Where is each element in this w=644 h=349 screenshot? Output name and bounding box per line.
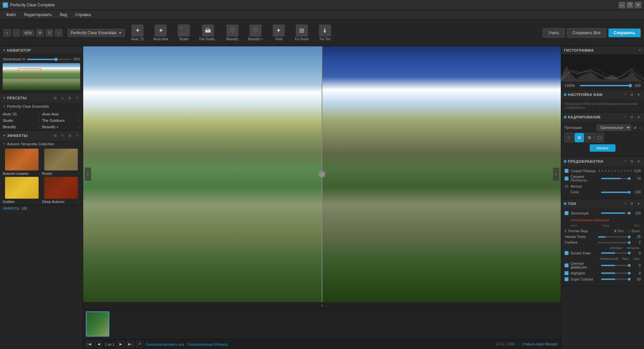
highlights-slider[interactable] (601, 272, 630, 274)
filter-checkbox[interactable]: □ (565, 184, 569, 188)
preset-fix-noise[interactable]: ⊞ Fix Noise (291, 23, 313, 42)
crop-no-grid-button[interactable]: □ (565, 133, 574, 142)
crop-diag-grid-button[interactable]: ⊠ (585, 133, 594, 142)
presets-help-button[interactable]: ? (74, 95, 80, 101)
crop-start-button[interactable]: Начать (590, 144, 615, 152)
quick-help-checkbox[interactable]: ✓ (565, 169, 569, 173)
preset-thumb-outdoors-star[interactable]: ☆ (77, 119, 80, 122)
raw-settings-button[interactable]: ⚙ (629, 92, 635, 97)
minimize-button[interactable]: — (619, 2, 625, 8)
nav-preview-rect[interactable] (18, 68, 41, 79)
minus-button[interactable]: − (13, 29, 20, 37)
face-on-radio[interactable] (613, 230, 617, 233)
loop-button[interactable]: ↺ (136, 341, 143, 348)
highlights-checkbox[interactable]: ✓ (565, 271, 569, 275)
window-controls[interactable]: — ❐ ✕ (619, 2, 641, 8)
tone-help-button[interactable]: ? (623, 201, 628, 206)
add-button[interactable]: + (3, 29, 11, 37)
filmstrip-thumb-1[interactable] (86, 311, 109, 337)
effects-grid-view-button[interactable]: ⊞ (52, 133, 58, 139)
prev-frame-button[interactable]: ◀ (95, 341, 102, 348)
preset-beautify[interactable]: ♡ Beautify (221, 23, 243, 42)
preset-thumb-iauto-asia-star[interactable]: ☆ (77, 112, 80, 116)
panel-collapse-left-button[interactable]: ‹ (85, 167, 91, 181)
avg-density-checkbox[interactable]: ✓ (565, 177, 569, 181)
zoom-fit-button[interactable]: ⊞ (36, 29, 44, 37)
preset-thumb-beautify-plus-star[interactable]: ☆ (77, 125, 80, 129)
preset-beautify-plus[interactable]: ♡ Beautify + (245, 23, 266, 42)
skin-balance-checkbox[interactable]: ✓ (565, 251, 569, 255)
presets-list-view-button[interactable]: ≡ (59, 95, 65, 101)
zoom-slider[interactable] (27, 59, 71, 60)
split-handle[interactable]: ↔ (319, 171, 325, 178)
effect-thumb-golden[interactable]: Golden ☆ (3, 177, 41, 204)
restore-button[interactable]: ❐ (627, 2, 633, 8)
skin-balance-slider[interactable] (601, 252, 630, 254)
preset-thumb-beautify[interactable]: Beautify ☆ (3, 124, 41, 129)
preset-fix-tint[interactable]: 🌡 Fix Tint (314, 23, 336, 42)
menu-view[interactable]: Вид (56, 11, 70, 18)
preset-thumb-beautify-plus[interactable]: Beautify + ☆ (42, 124, 80, 129)
light-diffusion-slider[interactable] (601, 265, 630, 266)
preset-group-header[interactable]: ▼ Perfectly Clear Essentials (0, 103, 83, 110)
crop-circle-button[interactable]: ◯ (595, 133, 604, 142)
face-off-option[interactable]: Выкл. (627, 229, 641, 233)
exposure-checkbox[interactable]: ✓ (565, 211, 569, 215)
save-all-button[interactable]: Сохранить Все (567, 28, 606, 38)
first-frame-button[interactable]: |◀ (86, 341, 93, 348)
crop-settings-button[interactable]: ⚙ (629, 114, 635, 120)
preprocessing-arrow-button[interactable]: ▼ (636, 159, 641, 164)
menu-file[interactable]: Файл (3, 11, 19, 18)
navigator-header[interactable]: ▼ НАВИГАТОР (0, 46, 83, 55)
crop-arrow-button[interactable]: ▼ (636, 114, 641, 120)
raw-settings-header[interactable]: НАСТРОЙКА RAW ? ⚙ ▼ (561, 90, 644, 99)
sync-forward-button[interactable]: Синхронизация Вперед (187, 342, 228, 346)
preset-thumb-iauto21[interactable]: iAuto '21 ☆ (3, 111, 41, 116)
tone-settings-button[interactable]: ⚙ (629, 201, 635, 206)
tone-arrow-button[interactable]: ▼ (636, 201, 641, 206)
crop-help-button[interactable]: ? (623, 114, 628, 120)
effects-help-button[interactable]: ? (74, 133, 80, 139)
face-on-option[interactable]: Вкл. (613, 229, 625, 233)
black-point-slider[interactable] (598, 236, 630, 238)
zoom-actual-button[interactable]: □ (55, 29, 62, 37)
menu-edit[interactable]: Редактировать (21, 11, 55, 18)
preset-vivid[interactable]: ✦ Vivid (268, 23, 289, 42)
force-slider[interactable] (601, 192, 630, 193)
strength-slider[interactable] (580, 85, 630, 86)
preset-thumb-iauto21-star[interactable]: ☆ (38, 112, 41, 116)
avg-density-slider[interactable] (601, 178, 630, 179)
preset-thumb-outdoors[interactable]: The Outdoors ☆ (42, 117, 80, 122)
preset-thumb-studio[interactable]: Studio ☆ (3, 117, 41, 122)
next-frame-button[interactable]: ▶ (117, 341, 124, 348)
super-contrast-slider[interactable] (601, 279, 630, 280)
effect-thumb-autumn-leaves-star[interactable]: ☆ (38, 172, 41, 176)
effect-thumb-golden-star[interactable]: ☆ (38, 200, 41, 204)
preprocessing-help-button[interactable]: ? (623, 159, 628, 164)
effect-thumb-rustic[interactable]: Rustic ☆ (42, 149, 80, 176)
preset-selector[interactable]: Perfectly Clear Essentials ▼ (68, 29, 125, 37)
last-frame-button[interactable]: ▶| (127, 341, 133, 348)
face-off-radio[interactable] (627, 230, 631, 233)
preset-outdoors[interactable]: 🏔 The Outdo... (196, 23, 220, 42)
presets-settings-button[interactable]: ⚙ (67, 95, 73, 101)
preprocessing-header[interactable]: ПРЕДОБРАБОТКИ ? ⚙ ▼ (561, 157, 644, 166)
save-button[interactable]: Сохранить (608, 29, 641, 37)
effect-thumb-rustic-star[interactable]: ☆ (77, 172, 80, 176)
preset-thumb-beautify-star[interactable]: ☆ (38, 125, 41, 129)
effects-settings-button[interactable]: ⚙ (67, 133, 73, 139)
effect-thumb-deep-autumn[interactable]: Deep Autumn ☆ (42, 177, 80, 204)
preset-studio[interactable]: ⬛ Studio (173, 23, 195, 42)
effect-thumb-deep-autumn-star[interactable]: ☆ (77, 200, 80, 204)
menu-help[interactable]: Справка (72, 11, 94, 18)
raw-help-button[interactable]: ? (623, 92, 628, 97)
exposure-slider[interactable] (601, 212, 630, 214)
crop-proportions-select[interactable]: Оригинальные (597, 124, 631, 131)
preset-thumb-iauto-asia[interactable]: iAuto Asia ☆ (42, 111, 80, 116)
preset-iauto-asia[interactable]: ✦ iAuto Asia (150, 23, 172, 42)
zoom-fill-button[interactable]: ⊡ (46, 29, 53, 37)
preset-thumb-studio-star[interactable]: ☆ (38, 119, 41, 122)
panel-collapse-right-button[interactable]: › (553, 167, 559, 181)
canvas-area[interactable]: ‹ › ↔ (83, 46, 561, 302)
close-button[interactable]: ✕ (635, 2, 641, 8)
